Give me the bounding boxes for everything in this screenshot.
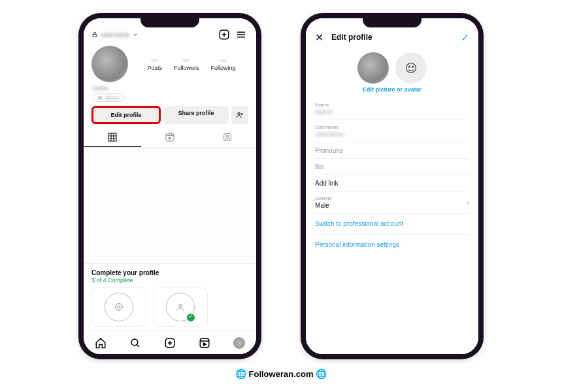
display-name: Name bbox=[93, 85, 247, 91]
svg-point-24 bbox=[179, 304, 182, 308]
complete-subtitle: 3 of 4 Complete bbox=[91, 277, 248, 284]
chevron-right-icon: › bbox=[467, 198, 469, 207]
profile-topbar: username bbox=[84, 18, 256, 42]
edit-topbar: ✕ Edit profile ✓ bbox=[306, 18, 478, 47]
globe-icon: 🌐 bbox=[235, 368, 246, 379]
pronouns-field[interactable]: Pronouns bbox=[315, 142, 469, 159]
phone-profile: username —Posts —Followers —F bbox=[78, 13, 261, 359]
reels-icon bbox=[199, 337, 210, 349]
camera-icon bbox=[114, 302, 124, 312]
nav-profile[interactable] bbox=[233, 337, 245, 349]
svg-rect-0 bbox=[93, 35, 97, 37]
grid-tab[interactable] bbox=[84, 128, 141, 147]
bio-box: Name @ @user bbox=[84, 84, 256, 106]
svg-point-34 bbox=[408, 66, 410, 67]
nav-search[interactable] bbox=[129, 337, 141, 349]
lock-icon bbox=[91, 31, 98, 38]
globe-icon: 🌐 bbox=[316, 368, 327, 379]
edit-title: Edit profile bbox=[331, 33, 372, 42]
avatar-face-icon bbox=[404, 61, 418, 75]
complete-profile-panel: Complete your profile 3 of 4 Complete bbox=[84, 263, 256, 331]
add-link-field[interactable]: Add link bbox=[315, 175, 469, 191]
svg-point-7 bbox=[238, 112, 240, 115]
close-button[interactable]: ✕ bbox=[315, 31, 323, 44]
plus-square-icon bbox=[218, 29, 230, 41]
person-icon bbox=[175, 302, 186, 312]
personal-info-link[interactable]: Personal information settings bbox=[315, 235, 469, 255]
threads-icon: @ bbox=[97, 95, 103, 101]
tagged-icon bbox=[222, 132, 233, 142]
phone-edit-profile: ✕ Edit profile ✓ Edit picture or avatar … bbox=[301, 13, 484, 359]
name-field[interactable]: Name Name bbox=[315, 98, 469, 120]
profile-header: —Posts —Followers —Following bbox=[84, 42, 256, 84]
username-dropdown[interactable]: username bbox=[91, 31, 139, 39]
username-field[interactable]: Username username bbox=[315, 120, 469, 142]
grid-icon bbox=[107, 132, 118, 142]
complete-card-2[interactable] bbox=[153, 287, 208, 327]
svg-rect-10 bbox=[108, 133, 116, 141]
confirm-button[interactable]: ✓ bbox=[461, 31, 469, 44]
watermark: 🌐 Followeran.com 🌐 bbox=[235, 368, 327, 379]
posts-stat[interactable]: —Posts bbox=[147, 57, 162, 71]
svg-marker-19 bbox=[169, 137, 171, 139]
plus-square-icon bbox=[164, 337, 176, 349]
discover-people-button[interactable] bbox=[231, 106, 248, 124]
following-stat[interactable]: —Following bbox=[211, 57, 236, 71]
tagged-tab[interactable] bbox=[199, 128, 256, 147]
share-profile-button[interactable]: Share profile bbox=[163, 106, 229, 124]
svg-point-35 bbox=[412, 66, 414, 67]
edit-picture-link[interactable]: Edit picture or avatar bbox=[306, 86, 478, 93]
followers-stat[interactable]: —Followers bbox=[174, 57, 199, 71]
switch-professional-link[interactable]: Switch to professional account bbox=[315, 214, 469, 235]
post-grid bbox=[84, 148, 256, 263]
svg-rect-15 bbox=[166, 133, 174, 141]
avatar-option[interactable] bbox=[395, 52, 427, 84]
svg-point-21 bbox=[226, 135, 228, 137]
complete-card-1[interactable] bbox=[91, 287, 146, 327]
hamburger-icon bbox=[235, 29, 247, 41]
content-tabs bbox=[84, 128, 256, 148]
threads-badge[interactable]: @ @user bbox=[93, 93, 125, 102]
svg-line-26 bbox=[137, 344, 139, 347]
avatar[interactable] bbox=[91, 46, 128, 82]
create-button[interactable] bbox=[217, 27, 231, 42]
chevron-down-icon bbox=[132, 31, 139, 38]
nav-create[interactable] bbox=[164, 337, 176, 349]
complete-title: Complete your profile bbox=[91, 269, 248, 276]
reels-icon bbox=[165, 132, 175, 142]
username-text: username bbox=[101, 31, 129, 39]
add-person-icon bbox=[236, 111, 244, 119]
check-badge-icon bbox=[186, 312, 196, 323]
home-icon bbox=[95, 337, 107, 349]
menu-button[interactable] bbox=[234, 27, 248, 42]
profile-photo[interactable] bbox=[357, 52, 389, 84]
nav-reels[interactable] bbox=[199, 337, 210, 349]
search-icon bbox=[129, 337, 141, 349]
nav-home[interactable] bbox=[95, 337, 107, 349]
reels-tab[interactable] bbox=[141, 128, 199, 147]
bio-field[interactable]: Bio bbox=[315, 159, 469, 175]
edit-profile-button[interactable]: Edit profile bbox=[91, 106, 161, 124]
svg-point-22 bbox=[116, 304, 123, 311]
svg-point-23 bbox=[118, 306, 120, 308]
gender-field[interactable]: Gender Male › bbox=[315, 191, 469, 214]
svg-marker-32 bbox=[203, 343, 206, 346]
bottom-nav bbox=[84, 331, 256, 354]
